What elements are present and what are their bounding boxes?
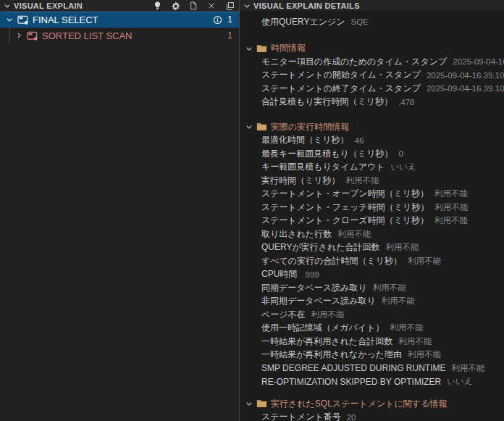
detail-row[interactable]: RE-OPTIMIZATION SKIPPED BY OPTIMIZER いいえ: [240, 375, 504, 389]
detail-row[interactable]: 最長キー範囲見積もり（ミリ秒） 0: [240, 147, 504, 161]
detail-value: 46: [355, 136, 364, 145]
detail-value: 利用不能: [386, 242, 419, 253]
detail-value: 利用不能: [311, 309, 345, 320]
section-rows: 最適化時間（ミリ秒） 46 最長キー範囲見積もり（ミリ秒） 0 キー範囲見積もり…: [240, 134, 504, 389]
visual-explain-panel: VISUAL EXPLAIN: [0, 0, 239, 421]
folder-icon: [256, 44, 267, 53]
chevron-down-icon: [245, 400, 253, 407]
node-count-badge: 1: [227, 14, 232, 25]
query-node-icon: [27, 30, 38, 41]
detail-label: ページ不在: [261, 309, 306, 321]
detail-row[interactable]: 実行時間（ミリ秒） 利用不能: [240, 174, 504, 188]
detail-label: ステートメント・フェッチ時間（ミリ秒）: [261, 201, 429, 214]
section-title: 時間情報: [271, 42, 306, 54]
chevron-right-icon[interactable]: [14, 32, 24, 39]
detail-label: すべての実行の合計時間（ミリ秒）: [261, 255, 402, 267]
detail-value: 利用不能: [390, 322, 423, 333]
detail-sections: 時間情報 モニター項目の作成のためのタイム・スタンプ 2025-09-04-16…: [240, 42, 504, 421]
detail-label: 一時結果が再利用された合計回数: [261, 335, 392, 348]
detail-row[interactable]: 最適化時間（ミリ秒） 46: [240, 134, 504, 148]
section-rows: ステートメント番号 20: [240, 411, 504, 421]
detail-label: 非同期データベース読み取り: [261, 295, 376, 307]
detail-row[interactable]: QUERYが実行された合計回数 利用不能: [240, 241, 504, 255]
detail-label: 取り出された行数: [261, 228, 332, 241]
detail-value: いいえ: [447, 376, 472, 387]
detail-label: ステートメントの開始タイム・スタンプ: [261, 69, 421, 81]
detail-row[interactable]: 取り出された行数 利用不能: [240, 228, 504, 241]
detail-row[interactable]: CPU時間 .999: [240, 268, 504, 282]
detail-row[interactable]: ステートメント番号 20: [240, 411, 504, 421]
detail-row[interactable]: ステートメント・クローズ時間（ミリ秒） 利用不能: [240, 214, 504, 228]
detail-value: 2025-09-04-16.39.10.597341: [453, 57, 504, 66]
detail-row[interactable]: 一時結果が再利用された合計回数 利用不能: [240, 335, 504, 349]
close-icon[interactable]: [206, 0, 217, 12]
detail-value: 2025-09-04-16.39.10.597341: [427, 84, 504, 93]
detail-label: ステートメント・オープン時間（ミリ秒）: [261, 188, 429, 200]
tree-node-label: FINAL SELECT: [33, 14, 98, 25]
chevron-down-icon: [245, 123, 253, 130]
detail-value: 利用不能: [434, 215, 468, 226]
row-badges: 1: [213, 14, 239, 25]
detail-label: QUERYが実行された合計回数: [261, 241, 380, 254]
detail-row[interactable]: ステートメントの終了タイム・スタンプ 2025-09-04-16.39.10.5…: [240, 82, 504, 96]
detail-value: 利用不能: [408, 349, 441, 360]
tree-indent-guide: [9, 28, 10, 43]
detail-label: モニター項目の作成のためのタイム・スタンプ: [261, 56, 447, 68]
tree-row-sorted-list-scan[interactable]: SORTED LIST SCAN 1: [0, 28, 239, 43]
detail-row[interactable]: 非同期データベース読み取り 利用不能: [240, 295, 504, 309]
detail-value: 利用不能: [398, 336, 432, 347]
detail-value: 20: [347, 413, 356, 421]
detail-row[interactable]: 一時結果が再利用されなかった理由 利用不能: [240, 349, 504, 362]
chevron-down-icon[interactable]: [4, 16, 14, 23]
section-title: 実際の実行時間情報: [271, 121, 349, 133]
detail-row[interactable]: 同期データベース読み取り 利用不能: [240, 281, 504, 295]
detail-section: 時間情報 モニター項目の作成のためのタイム・スタンプ 2025-09-04-16…: [240, 42, 504, 109]
tree-node-label: SORTED LIST SCAN: [42, 30, 133, 41]
detail-label: CPU時間: [261, 268, 297, 280]
visual-explain-panel-header[interactable]: VISUAL EXPLAIN: [0, 0, 239, 12]
section-header[interactable]: 時間情報: [240, 42, 504, 56]
detail-row[interactable]: モニター項目の作成のためのタイム・スタンプ 2025-09-04-16.39.1…: [240, 55, 504, 69]
detail-value: 利用不能: [373, 283, 406, 293]
detail-row[interactable]: ステートメント・フェッチ時間（ミリ秒） 利用不能: [240, 201, 504, 214]
detail-row[interactable]: SMP DEGREE ADJUSTED DURING RUNTIME 利用不能: [240, 362, 504, 375]
detail-row[interactable]: 合計見積もり実行時間（ミリ秒） .478: [240, 96, 504, 109]
detail-label: 同期データベース読み取り: [261, 282, 367, 294]
gear-icon[interactable]: [169, 0, 181, 12]
detail-label: SMP DEGREE ADJUSTED DURING RUNTIME: [261, 363, 445, 373]
detail-value: .478: [398, 98, 414, 107]
detail-row-engine[interactable]: 使用QUERYエンジン SQE: [240, 15, 504, 29]
lightbulb-icon[interactable]: [151, 0, 163, 12]
details-panel-header[interactable]: VISUAL EXPLAIN DETAILS: [240, 0, 504, 11]
node-count-badge: 1: [227, 30, 232, 41]
section-title: 実行されたSQLステートメントに関する情報: [271, 398, 447, 410]
detail-row[interactable]: すべての実行の合計時間（ミリ秒） 利用不能: [240, 254, 504, 268]
info-icon[interactable]: [213, 15, 222, 25]
section-rows: モニター項目の作成のためのタイム・スタンプ 2025-09-04-16.39.1…: [240, 55, 504, 109]
detail-label: 合計見積もり実行時間（ミリ秒）: [261, 96, 392, 108]
chevron-down-icon: [243, 2, 251, 9]
tree-row-final-select[interactable]: FINAL SELECT 1: [0, 12, 239, 28]
detail-row[interactable]: ステートメントの開始タイム・スタンプ 2025-09-04-16.39.10.5…: [240, 69, 504, 83]
detail-label: RE-OPTIMIZATION SKIPPED BY OPTIMIZER: [261, 377, 441, 387]
detail-row[interactable]: ステートメント・オープン時間（ミリ秒） 利用不能: [240, 188, 504, 201]
detail-section: 実際の実行時間情報 最適化時間（ミリ秒） 46 最長キー範囲見積もり（ミリ秒） …: [240, 120, 504, 388]
detail-row[interactable]: キー範囲見積もりタイムアウト いいえ: [240, 161, 504, 175]
panel-toolbar: [151, 0, 235, 12]
detail-label: キー範囲見積もりタイムアウト: [261, 161, 385, 173]
split-editor-icon[interactable]: [224, 0, 235, 12]
visual-explain-details-panel: VISUAL EXPLAIN DETAILS 使用QUERYエンジン SQE 時…: [240, 0, 504, 421]
new-file-icon[interactable]: [188, 0, 199, 12]
detail-row[interactable]: 使用一時記憶域（メガバイト） 利用不能: [240, 322, 504, 335]
detail-value: 利用不能: [434, 188, 468, 199]
detail-label: 最長キー範囲見積もり（ミリ秒）: [261, 148, 392, 160]
detail-label: 使用QUERYエンジン: [261, 16, 345, 28]
folder-icon: [256, 122, 267, 131]
detail-label: ステートメント・クローズ時間（ミリ秒）: [261, 214, 429, 227]
section-header[interactable]: 実際の実行時間情報: [240, 120, 504, 134]
section-header[interactable]: 実行されたSQLステートメントに関する情報: [240, 397, 504, 411]
detail-value: 利用不能: [451, 363, 484, 374]
detail-row[interactable]: ページ不在 利用不能: [240, 308, 504, 322]
panel-title: VISUAL EXPLAIN DETAILS: [253, 1, 360, 10]
detail-label: ステートメント番号: [261, 411, 341, 421]
